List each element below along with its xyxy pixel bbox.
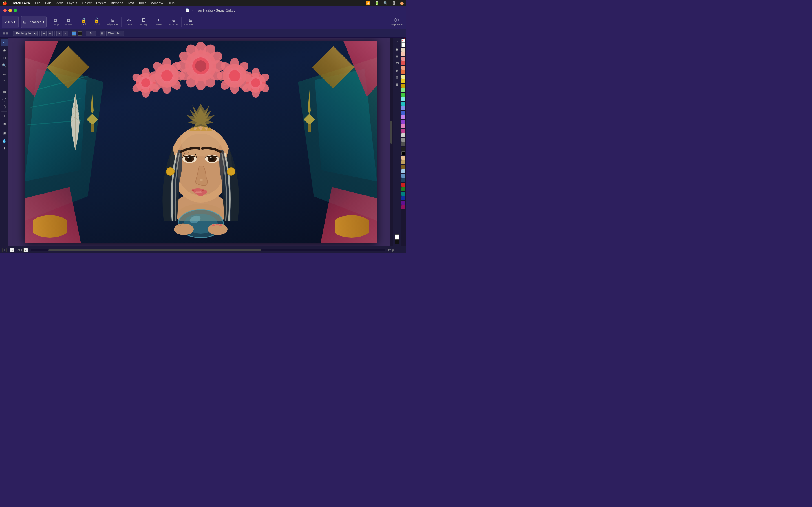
palette-swatch-22[interactable] [402, 147, 405, 151]
palette-swatch-17[interactable] [402, 124, 405, 128]
menu-effects[interactable]: Effects [96, 1, 106, 5]
palette-swatch-24[interactable] [402, 160, 405, 164]
palette-swatch-25[interactable] [402, 165, 405, 169]
palette-swatch-15[interactable] [402, 115, 405, 119]
palette-swatch-1[interactable] [402, 52, 405, 56]
object-properties-button[interactable]: ⊟ [394, 53, 400, 60]
transform-panel-button[interactable]: ⇌ [394, 39, 400, 46]
palette-swatch-20[interactable] [402, 138, 405, 142]
lock-button[interactable]: 🔒 Lock [78, 16, 90, 28]
alignment-button[interactable]: ⊟ Alignment [105, 16, 120, 28]
palette-swatch-32[interactable] [402, 196, 405, 200]
palette-swatch-10[interactable] [402, 93, 405, 97]
palette-swatch-29[interactable] [402, 183, 405, 187]
palette-swatch-12[interactable] [402, 102, 405, 106]
tool-table[interactable]: ⊞ [1, 120, 8, 127]
palette-swatch-31[interactable] [402, 192, 405, 196]
zoom-in-icon[interactable]: + [386, 242, 388, 245]
clear-mesh-button[interactable]: Clear Mesh [106, 31, 124, 36]
menu-text[interactable]: Text [128, 1, 134, 5]
menu-bitmaps[interactable]: Bitmaps [111, 1, 123, 5]
tool-text[interactable]: T [1, 112, 8, 120]
view-modes-button[interactable]: ⊞ Enhanced ▾ [21, 16, 47, 28]
menu-object[interactable]: Object [82, 1, 92, 5]
no-fill-swatch[interactable] [402, 39, 405, 43]
menu-file[interactable]: File [35, 1, 40, 5]
zoom-out-icon[interactable]: − [383, 242, 385, 245]
palette-swatch-13[interactable] [402, 106, 405, 110]
more-button[interactable]: ⊕ [394, 81, 400, 88]
outline-color-box[interactable] [78, 31, 82, 36]
palette-swatch-19[interactable] [402, 133, 405, 137]
palette-swatch-14[interactable] [402, 111, 405, 115]
cusp-node-button[interactable]: ⌁ [63, 31, 68, 36]
ungroup-button[interactable]: ⧈ Ungroup [62, 16, 75, 28]
palette-swatch-5[interactable] [402, 70, 405, 74]
menu-edit[interactable]: Edit [45, 1, 51, 5]
palette-swatch-26[interactable] [402, 169, 405, 173]
getmore-button[interactable]: ⊞ Get More... [183, 16, 199, 28]
canvas-page[interactable] [24, 41, 377, 243]
tool-zoom[interactable]: 🔍 [1, 62, 8, 69]
view-button[interactable]: 👁 View [153, 16, 165, 28]
share-button[interactable]: ⬆ [394, 74, 400, 81]
add-page-button[interactable]: + [2, 248, 7, 252]
tool-mesh[interactable]: ⊞ [1, 129, 8, 136]
node-add-button[interactable]: + [42, 31, 47, 36]
palette-swatch-0[interactable] [402, 48, 405, 52]
link-button[interactable]: ⛓ [394, 67, 400, 74]
scrollbar-thumb[interactable] [390, 121, 393, 144]
tool-smartdraw[interactable]: ⌒ [1, 78, 8, 86]
arrange-button[interactable]: ⧠ Arrange [138, 16, 150, 28]
tool-freehand[interactable]: ✏ [1, 71, 8, 78]
palette-swatch-8[interactable] [402, 83, 405, 88]
palette-swatch-2[interactable] [402, 57, 405, 61]
palette-swatch-16[interactable] [402, 120, 405, 124]
tool-smart-fill[interactable]: ✦ [1, 145, 8, 152]
maximize-button[interactable] [13, 9, 17, 12]
black-color-box[interactable] [395, 239, 399, 244]
palette-swatch-33[interactable] [402, 201, 405, 205]
white-color-box[interactable] [395, 234, 399, 239]
tool-crop[interactable]: ⊡ [1, 54, 8, 61]
bookmark-button[interactable]: 🏷 [394, 60, 400, 67]
palette-swatch-34[interactable] [402, 205, 405, 209]
palette-swatch-23[interactable] [402, 156, 405, 160]
menu-view[interactable]: View [55, 1, 63, 5]
palette-swatch-21[interactable] [402, 142, 405, 146]
inspectors-button[interactable]: ⓘ Inspectors [389, 16, 404, 28]
tool-polygon[interactable]: ⬡ [1, 103, 8, 110]
node-delete-button[interactable]: − [48, 31, 53, 36]
shape-select[interactable]: Rectangular Elliptical Custom [13, 31, 38, 36]
smooth-node-button[interactable]: ↷ [56, 31, 62, 36]
mirror-button[interactable]: ⇔ Mirror [123, 16, 135, 28]
unlock-button[interactable]: 🔓 Unlock [91, 16, 103, 28]
next-page-button[interactable]: ▸ [23, 248, 28, 252]
tool-select[interactable]: ↖ [1, 39, 8, 46]
palette-swatch-18[interactable] [402, 129, 405, 133]
menu-help[interactable]: Help [167, 1, 174, 5]
tool-rect[interactable]: ▭ [1, 88, 8, 95]
apple-menu[interactable]: 🍎 [2, 1, 7, 5]
palette-swatch-28[interactable] [402, 178, 405, 182]
tool-eyedropper[interactable]: 💧 [1, 137, 8, 144]
group-button[interactable]: ⧉ Group [49, 16, 61, 28]
color-picker-button[interactable]: ◉ [394, 46, 400, 53]
palette-swatch-7[interactable] [402, 79, 405, 83]
transparency-input[interactable] [86, 31, 96, 36]
palette-swatch-11[interactable] [402, 97, 405, 101]
palette-swatch-30[interactable] [402, 187, 405, 191]
palette-swatch-white[interactable] [402, 43, 405, 47]
prev-page-button[interactable]: ◂ [10, 248, 14, 252]
more-options-button[interactable]: ⋯ [400, 248, 404, 252]
snap-button[interactable]: ⊕ Snap To [167, 16, 180, 28]
zoom-button[interactable]: 250% ▾ [2, 16, 18, 28]
minimize-button[interactable] [8, 9, 12, 12]
palette-swatch-6[interactable] [402, 75, 405, 78]
palette-swatch-black[interactable] [402, 151, 405, 155]
canvas-area[interactable]: − + [8, 38, 393, 246]
menu-layout[interactable]: Layout [67, 1, 77, 5]
edge-pad-button[interactable]: ⊟ [100, 31, 105, 36]
menu-window[interactable]: Window [151, 1, 163, 5]
tool-node[interactable]: ◈ [1, 47, 8, 54]
